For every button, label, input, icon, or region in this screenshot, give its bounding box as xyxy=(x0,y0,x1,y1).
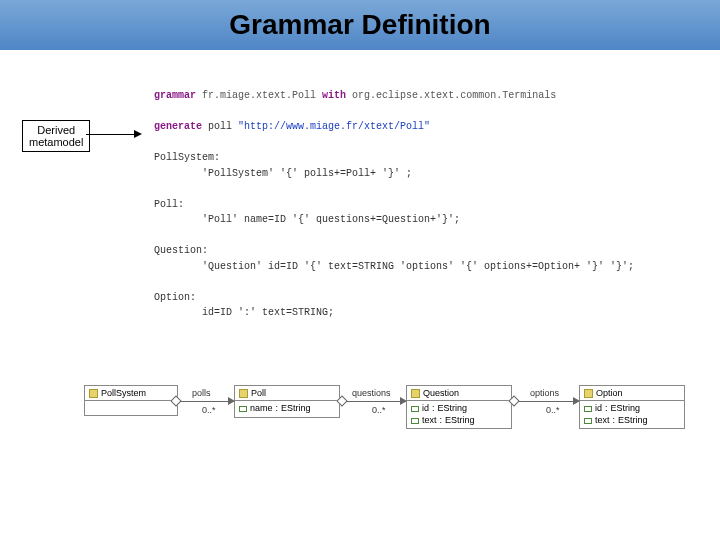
class-poll: Poll name : EString xyxy=(234,385,340,418)
code-blank xyxy=(154,181,634,197)
rule-body: 'PollSystem' '{' polls+=Poll+ '}' ; xyxy=(154,166,634,182)
relation-label: options xyxy=(530,388,559,398)
attr-name: id xyxy=(422,403,429,415)
relation-label: questions xyxy=(352,388,391,398)
metamodel-diagram: PollSystem Poll name : EString Question … xyxy=(84,385,700,505)
class-attr: id : EString xyxy=(411,403,507,415)
attr-type: EString xyxy=(438,403,468,415)
relation-label: polls xyxy=(192,388,211,398)
kw-generate: generate xyxy=(154,121,202,132)
rule-name: PollSystem: xyxy=(154,150,634,166)
code-blank xyxy=(154,228,634,244)
relation-line xyxy=(518,401,579,402)
class-attrs: id : EString text : EString xyxy=(580,401,684,428)
attr-name: id xyxy=(595,403,602,415)
kw-grammar: grammar xyxy=(154,90,196,101)
gen-name: poll xyxy=(208,121,232,132)
kw-with: with xyxy=(322,90,346,101)
attr-name: text xyxy=(422,415,437,427)
attr-icon xyxy=(411,418,419,424)
class-name: PollSystem xyxy=(101,388,146,398)
attr-icon xyxy=(411,406,419,412)
class-attr: text : EString xyxy=(584,415,680,427)
attr-name: name xyxy=(250,403,273,415)
attr-type: EString xyxy=(445,415,475,427)
arrow-icon xyxy=(400,397,407,405)
code-blank xyxy=(154,274,634,290)
attr-icon xyxy=(584,418,592,424)
attr-type: EString xyxy=(281,403,311,415)
attr-icon xyxy=(584,406,592,412)
class-attr: name : EString xyxy=(239,403,335,415)
code-blank xyxy=(154,135,634,151)
class-pollsystem: PollSystem xyxy=(84,385,178,416)
relation-mult: 0..* xyxy=(372,405,386,415)
code-line: generate poll "http://www.miage.fr/xtext… xyxy=(154,119,634,135)
relation-line xyxy=(346,401,406,402)
grammar-code-block: grammar fr.miage.xtext.Poll with org.ecl… xyxy=(154,88,634,321)
code-line: grammar fr.miage.xtext.Poll with org.ecl… xyxy=(154,88,634,104)
class-header: PollSystem xyxy=(85,386,177,401)
class-attrs: id : EString text : EString xyxy=(407,401,511,428)
class-icon xyxy=(89,389,98,398)
with-pkg: org.eclipse.xtext.common.Terminals xyxy=(352,90,556,101)
class-question: Question id : EString text : EString xyxy=(406,385,512,429)
relation-line xyxy=(180,401,234,402)
rule-body: 'Poll' name=ID '{' questions+=Question+'… xyxy=(154,212,634,228)
arrow-icon xyxy=(573,397,580,405)
attr-type: EString xyxy=(611,403,641,415)
code-blank xyxy=(154,104,634,120)
relation-mult: 0..* xyxy=(202,405,216,415)
class-attrs xyxy=(85,401,177,415)
arrow-icon xyxy=(228,397,235,405)
annotation-arrow-head xyxy=(134,130,142,138)
class-attrs: name : EString xyxy=(235,401,339,417)
class-attr: text : EString xyxy=(411,415,507,427)
annotation-line1: Derived xyxy=(29,124,83,136)
rule-body: id=ID ':' text=STRING; xyxy=(154,305,634,321)
rule-name: Option: xyxy=(154,290,634,306)
annotation-box: Derived metamodel xyxy=(22,120,90,152)
pkg-name: fr.miage.xtext.Poll xyxy=(202,90,316,101)
rule-body: 'Question' id=ID '{' text=STRING 'option… xyxy=(154,259,634,275)
attr-name: text xyxy=(595,415,610,427)
class-option: Option id : EString text : EString xyxy=(579,385,685,429)
page-title: Grammar Definition xyxy=(229,9,490,41)
title-bar: Grammar Definition xyxy=(0,0,720,50)
relation-mult: 0..* xyxy=(546,405,560,415)
class-icon xyxy=(584,389,593,398)
annotation-line2: metamodel xyxy=(29,136,83,148)
class-icon xyxy=(411,389,420,398)
attr-icon xyxy=(239,406,247,412)
class-header: Poll xyxy=(235,386,339,401)
class-header: Option xyxy=(580,386,684,401)
attr-type: EString xyxy=(618,415,648,427)
gen-uri: "http://www.miage.fr/xtext/Poll" xyxy=(238,121,430,132)
rule-name: Poll: xyxy=(154,197,634,213)
class-header: Question xyxy=(407,386,511,401)
rule-name: Question: xyxy=(154,243,634,259)
class-icon xyxy=(239,389,248,398)
class-name: Poll xyxy=(251,388,266,398)
class-name: Option xyxy=(596,388,623,398)
annotation-arrow-line xyxy=(86,134,140,135)
class-name: Question xyxy=(423,388,459,398)
class-attr: id : EString xyxy=(584,403,680,415)
